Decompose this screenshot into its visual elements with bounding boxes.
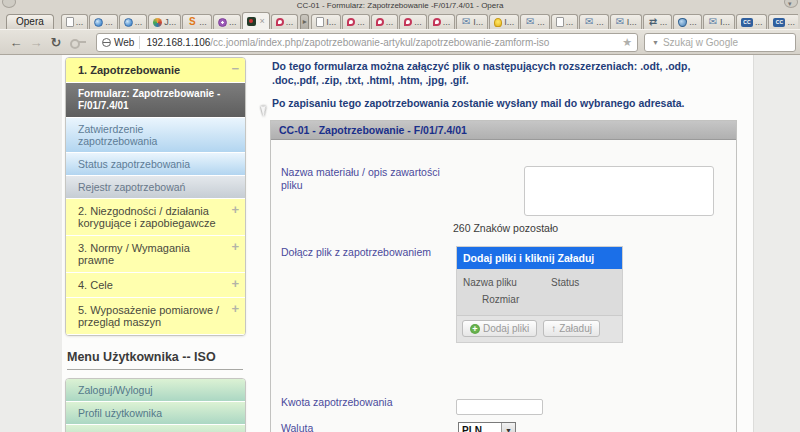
add-files-button[interactable]: + Dodaj pliki [462, 320, 537, 337]
key-icon[interactable] [70, 38, 88, 46]
tab-2[interactable]: ... [119, 14, 148, 29]
tab-label: ... [566, 17, 574, 27]
collapse-icon[interactable]: − [231, 63, 239, 75]
tab-label: ... [229, 17, 237, 27]
waluta-select[interactable]: PLN ▼ [458, 422, 516, 432]
tab-7[interactable]: ... [271, 14, 299, 29]
expand-icon[interactable]: + [231, 303, 239, 315]
kwota-input[interactable] [456, 399, 543, 415]
tab-0[interactable]: ... [61, 14, 89, 29]
add-files-label: Dodaj pliki [483, 323, 529, 334]
user-menu-item[interactable]: Zaloguj/Wyloguj [66, 379, 245, 402]
tab-3[interactable]: J... [148, 14, 181, 29]
uploader-header: Dodaj pliki i kliknij Załaduj [457, 247, 622, 269]
swirl-icon [404, 18, 412, 26]
globe-icon [124, 18, 133, 27]
tab-4[interactable]: S... [182, 14, 212, 29]
sidebar-item[interactable]: 3. Normy / Wymagania prawne+ [66, 236, 245, 273]
sidebar-item[interactable]: Status zapotrzebowania [66, 153, 245, 176]
tab-label: ... [76, 17, 84, 27]
expand-icon[interactable]: + [231, 278, 239, 290]
tab-group-separator[interactable]: ▸ [300, 14, 309, 29]
tab-11[interactable]: ... [371, 14, 399, 29]
user-menu-item-label: Profil użytkownika [78, 407, 162, 419]
back-button[interactable]: ← [6, 35, 26, 50]
tab-16[interactable]: ✉... [520, 14, 550, 29]
tab-5[interactable]: ... [213, 14, 242, 29]
sidebar-item[interactable]: 1. Zapotrzebowanie− [66, 58, 245, 83]
tab-17[interactable]: ... [551, 14, 579, 29]
sidebar-item-label: Rejestr zapotrzebowań [78, 181, 185, 193]
tab-21[interactable]: ... [673, 14, 702, 29]
tab-13[interactable]: ... [428, 14, 456, 29]
swirl-icon [347, 18, 355, 26]
form-body: Nazwa materiału / opis zawartości pliku … [271, 140, 736, 432]
sidebar-item[interactable]: Rejestr zapotrzebowań [66, 176, 245, 199]
bookmark-star-icon[interactable]: ★ [622, 36, 632, 49]
tab-22[interactable]: ✉I... [703, 14, 735, 29]
nazwa-label: Nazwa materiału / opis zawartości pliku [271, 166, 456, 192]
tab-close-icon[interactable]: × [259, 16, 264, 26]
search-box[interactable]: ▼ [644, 33, 796, 52]
user-menu-item[interactable]: Profil użytkownika [66, 402, 245, 425]
envelope-icon: ✉ [461, 17, 471, 27]
uploader-col-size: Rozmiar [457, 288, 622, 305]
sidebar-item[interactable]: Zatwierdzenie zapotrzebowania [66, 118, 245, 153]
cc-icon: CC [773, 18, 785, 27]
url-text[interactable]: 192.168.1.106/cc.joomla/index.php/zapotr… [146, 37, 618, 48]
tab-14[interactable]: ✉I... [456, 14, 488, 29]
tab-24[interactable]: CC... [768, 14, 798, 29]
sidebar-item[interactable]: 4. Cele+ [66, 273, 245, 298]
intro-text-2: Po zapisaniu tego zapotrzebowania zostan… [272, 96, 735, 110]
tab-19[interactable]: ✉I... [610, 14, 642, 29]
chars-remaining: 260 Znaków pozostało [453, 222, 736, 234]
nazwa-textarea[interactable] [524, 166, 714, 216]
tab-label: ... [414, 17, 422, 27]
window-corner-knob[interactable] [2, 0, 16, 8]
main-content: Do tego formularza można załączyć plik o… [270, 55, 737, 432]
tab-label: ... [386, 17, 394, 27]
tab-9[interactable]: I... [311, 14, 341, 29]
security-badge-label[interactable]: Web [114, 37, 134, 48]
sidebar-item[interactable]: 2. Niezgodności / działania korygujące i… [66, 199, 245, 236]
window-titlebar: CC-01 - Formularz: Zapotrzebowanie -F/01… [0, 0, 800, 11]
tab-10[interactable]: ... [342, 14, 370, 29]
search-input[interactable] [663, 37, 795, 48]
search-engine-dropdown-icon[interactable]: ▼ [652, 39, 659, 46]
sidebar-item-label: Zatwierdzenie zapotrzebowania [78, 123, 157, 147]
sidebar-item[interactable]: Formularz: Zapotrzebowanie - F/01/7.4/01 [66, 83, 245, 118]
expand-icon[interactable]: + [231, 204, 239, 216]
tab-overflow-button[interactable] [784, 0, 798, 8]
reload-button[interactable]: ↻ [46, 35, 66, 50]
tab-1[interactable]: ... [89, 14, 118, 29]
upload-label: Załaduj [559, 323, 592, 334]
waluta-dropdown-icon[interactable]: ▼ [501, 423, 515, 432]
envelope-icon: ✉ [584, 17, 594, 27]
tab-active[interactable]: × [242, 12, 269, 29]
app-dark-icon [247, 17, 256, 26]
browser-toolbar: ← → ↻ Web 192.168.1.106/cc.joomla/index.… [0, 29, 800, 55]
address-bar[interactable]: Web 192.168.1.106/cc.joomla/index.php/za… [96, 33, 638, 52]
envelope-icon: ✉ [708, 17, 718, 27]
sidebar-item-label: 4. Cele [78, 279, 113, 291]
expand-icon[interactable]: + [231, 241, 239, 253]
tab-23[interactable]: CC... [736, 14, 768, 29]
sidebar-item[interactable]: 5. Wyposażenie pomiarowe / przegląd masz… [66, 298, 245, 335]
forward-button[interactable]: → [26, 35, 46, 50]
tab-20[interactable]: ⇄... [643, 14, 673, 29]
swirl-icon [433, 18, 441, 26]
upload-button[interactable]: ↑ Załaduj [543, 320, 600, 337]
s-orange-icon: S [187, 17, 197, 27]
swirl-icon [276, 18, 284, 26]
waluta-label: Waluta [271, 422, 456, 432]
tab-15[interactable]: I... [489, 14, 519, 29]
tab-12[interactable]: ... [399, 14, 427, 29]
doc-icon [556, 17, 564, 27]
tab-18[interactable]: ✉... [579, 14, 609, 29]
envelope-icon: ✉ [615, 17, 625, 27]
user-menu-item[interactable]: Edytuj profil użytkownika [66, 425, 245, 432]
tab-label: I... [473, 17, 483, 27]
main-menu: 1. Zapotrzebowanie−Formularz: Zapotrzebo… [65, 57, 246, 336]
form-row-waluta: Waluta PLN ▼ [271, 422, 736, 432]
opera-menu-button[interactable]: Opera [6, 14, 54, 29]
